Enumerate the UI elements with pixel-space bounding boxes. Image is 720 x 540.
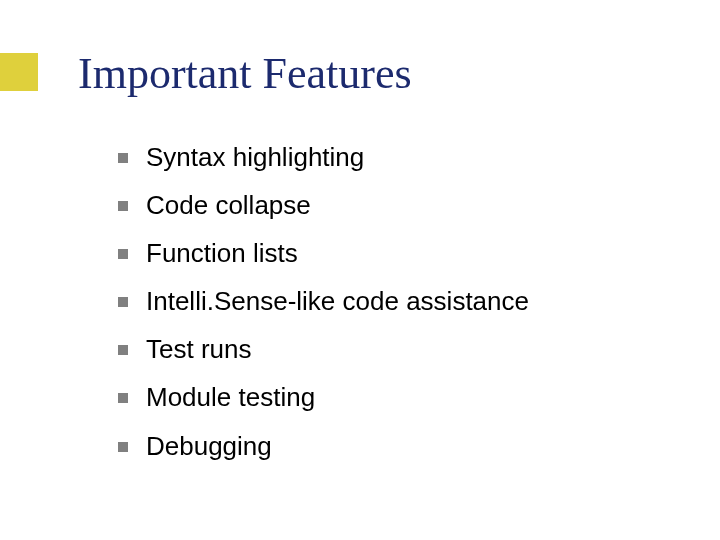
list-item: Code collapse [118,188,680,223]
slide-title: Important Features [78,48,412,99]
list-item: Module testing [118,380,680,415]
list-item-text: Function lists [146,236,298,271]
list-item-text: Code collapse [146,188,311,223]
bullet-icon [118,345,128,355]
list-item-text: Test runs [146,332,252,367]
bullet-icon [118,201,128,211]
list-item: Syntax highlighting [118,140,680,175]
list-item-text: Intelli.Sense-like code assistance [146,284,529,319]
title-accent-block [0,53,38,91]
list-item: Intelli.Sense-like code assistance [118,284,680,319]
bullet-list: Syntax highlighting Code collapse Functi… [118,140,680,477]
list-item-text: Debugging [146,429,272,464]
list-item: Function lists [118,236,680,271]
list-item: Debugging [118,429,680,464]
slide: Important Features Syntax highlighting C… [0,0,720,540]
list-item: Test runs [118,332,680,367]
bullet-icon [118,153,128,163]
bullet-icon [118,297,128,307]
bullet-icon [118,249,128,259]
bullet-icon [118,442,128,452]
bullet-icon [118,393,128,403]
list-item-text: Module testing [146,380,315,415]
list-item-text: Syntax highlighting [146,140,364,175]
